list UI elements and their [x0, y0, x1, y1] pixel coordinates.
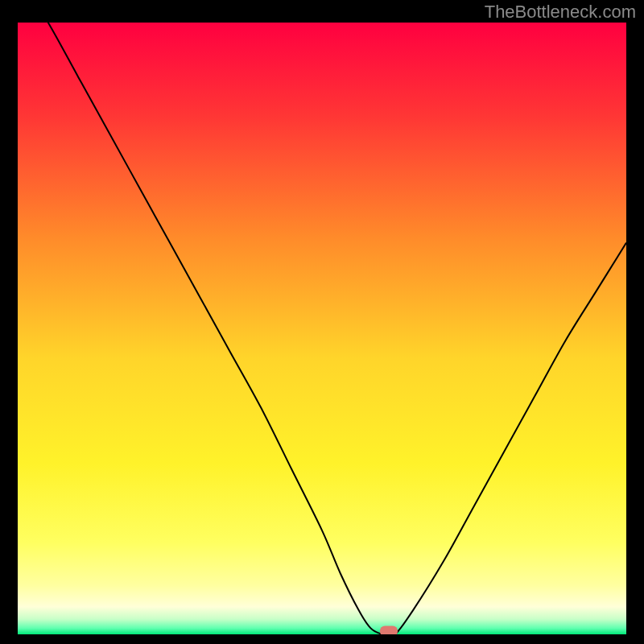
plot-area	[18, 23, 626, 634]
optimum-point-marker	[380, 626, 398, 635]
chart-container: TheBottleneck.com	[0, 0, 644, 644]
bottleneck-curve	[18, 23, 626, 634]
watermark-text: TheBottleneck.com	[485, 2, 636, 23]
